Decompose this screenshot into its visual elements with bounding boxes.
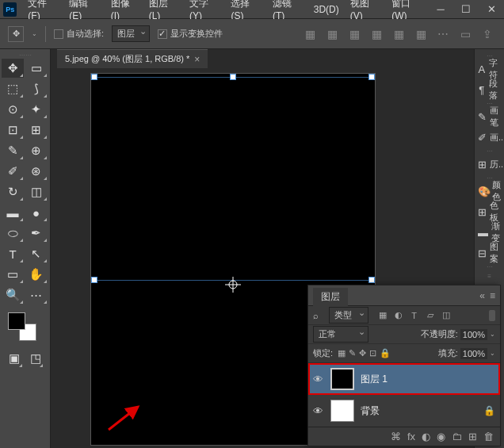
crop-tool[interactable]: ⊡ [2, 121, 24, 140]
filter-pixel-icon[interactable]: ▦ [376, 309, 388, 321]
menu-3d[interactable]: 3D(D) [309, 2, 344, 17]
panel-paragraph[interactable]: ¶段落 [475, 79, 504, 100]
type-tool[interactable]: T [2, 244, 24, 263]
transform-handle-tr[interactable] [368, 74, 375, 80]
lock-brush-icon[interactable]: ✎ [349, 348, 356, 358]
pen-tool[interactable]: ✒ [25, 224, 48, 243]
document-tab[interactable]: 5.jpeg @ 40% (图层 1, RGB/8) * × [57, 49, 208, 68]
group-icon[interactable]: 🗀 [452, 431, 462, 442]
show-transform-checkbox[interactable]: 显示变换控件 [158, 28, 223, 40]
visibility-toggle[interactable]: 👁 [313, 373, 324, 385]
panel-swatches[interactable]: ⊞色板 [475, 201, 504, 222]
edit-toolbar[interactable]: ⋯ [25, 285, 48, 304]
path-select-tool[interactable]: ↖ [25, 244, 48, 263]
layer-thumbnail[interactable] [330, 368, 354, 390]
auto-select-target[interactable]: 图层 [112, 25, 150, 42]
filter-type-dropdown[interactable]: 类型 [329, 307, 368, 324]
history-brush-tool[interactable]: ↻ [2, 182, 24, 201]
layer-row[interactable]: 👁 图层 1 [308, 363, 500, 395]
filter-switch[interactable] [489, 310, 495, 321]
new-layer-icon[interactable]: ⊞ [468, 431, 477, 442]
zoom-tool[interactable]: 🔍 [2, 285, 24, 304]
shape-tool[interactable]: ▭ [2, 265, 24, 284]
move-tool-indicator[interactable]: ✥ [8, 26, 24, 42]
quick-select-tool[interactable]: ⊙ [2, 100, 24, 119]
hand-tool[interactable]: ✋ [25, 265, 48, 284]
collapse-panel-icon[interactable]: « [479, 290, 485, 301]
foreground-color[interactable] [8, 312, 25, 330]
link-layers-icon[interactable]: ⌘ [391, 431, 401, 442]
visibility-toggle[interactable]: 👁 [313, 405, 324, 417]
lock-all-icon[interactable]: 🔒 [380, 348, 391, 358]
marquee-tool[interactable]: ⬚ [2, 79, 24, 98]
eyedropper-tool[interactable]: ✎ [2, 141, 24, 160]
layers-tab[interactable]: 图层 [313, 288, 348, 306]
layer-name[interactable]: 背景 [361, 404, 380, 418]
brush-tool[interactable]: ✐ [2, 162, 24, 181]
fill-value[interactable]: 100% [460, 348, 487, 359]
blend-mode-dropdown[interactable]: 正常 [313, 326, 368, 343]
quick-mask-tool[interactable]: ▣ [6, 349, 23, 368]
filter-shape-icon[interactable]: ▱ [424, 309, 436, 321]
frame-tool[interactable]: ⊞ [25, 121, 48, 140]
gradient-tool[interactable]: ▬ [2, 203, 24, 222]
more-icon[interactable]: ▭ [456, 25, 474, 43]
align-center-icon[interactable]: ▦ [323, 25, 341, 43]
filter-type-icon[interactable]: T [408, 309, 420, 321]
auto-select-checkbox[interactable]: 自动选择: [54, 28, 104, 40]
healing-tool[interactable]: ⊕ [25, 141, 48, 160]
magic-wand-tool[interactable]: ✦ [25, 100, 48, 119]
chevron-down-icon[interactable]: ⌄ [490, 331, 495, 338]
opacity-value[interactable]: 100% [460, 329, 487, 340]
panel-history[interactable]: ⊞历... [475, 154, 504, 174]
blur-tool[interactable]: ● [25, 203, 48, 222]
screen-mode-tool[interactable]: ◳ [28, 349, 44, 368]
close-tab-icon[interactable]: × [194, 54, 200, 65]
minimize-button[interactable]: ─ [431, 2, 450, 17]
align-bottom-icon[interactable]: ▦ [412, 25, 430, 43]
panel-gradient[interactable]: ▬渐变 [475, 222, 504, 243]
transform-handle-mr[interactable] [368, 277, 375, 283]
panel-brush-presets[interactable]: ✐画... [475, 127, 504, 147]
delete-layer-icon[interactable]: 🗑 [483, 431, 494, 442]
layer-row[interactable]: 👁 背景 🔒 [308, 395, 500, 427]
panel-color[interactable]: 🎨颜色 [475, 181, 504, 201]
lock-icon[interactable]: 🔒 [483, 405, 495, 416]
distribute-icon[interactable]: ⋯ [434, 25, 452, 43]
align-right-icon[interactable]: ▦ [346, 25, 363, 43]
transform-center[interactable] [225, 277, 241, 293]
layer-mask-icon[interactable]: ◐ [422, 431, 430, 442]
transform-handle-ml[interactable] [91, 277, 97, 283]
lock-artboard-icon[interactable]: ⊡ [369, 348, 376, 358]
align-middle-icon[interactable]: ▦ [390, 25, 407, 43]
color-swatches[interactable] [8, 312, 36, 341]
panel-menu-icon[interactable]: ≡ [490, 290, 495, 301]
layer-fx-icon[interactable]: fx [407, 431, 415, 442]
layer-name[interactable]: 图层 1 [361, 373, 388, 386]
align-top-icon[interactable]: ▦ [368, 25, 385, 43]
filter-adjust-icon[interactable]: ◐ [392, 309, 404, 321]
share-icon[interactable]: ⇪ [479, 25, 496, 43]
eraser-tool[interactable]: ◫ [25, 182, 48, 201]
transform-handle-tc[interactable] [230, 74, 236, 80]
panel-character[interactable]: A字符 [475, 59, 504, 79]
artboard-tool[interactable]: ▭ [25, 59, 48, 78]
adjustment-layer-icon[interactable]: ◉ [437, 431, 445, 442]
close-button[interactable]: ✕ [482, 2, 501, 17]
transform-handle-tl[interactable] [91, 74, 97, 80]
layer-thumbnail[interactable] [330, 400, 354, 422]
search-icon[interactable]: ⌕ [313, 311, 324, 320]
clone-tool[interactable]: ⊛ [25, 162, 48, 181]
dodge-tool[interactable]: ⬭ [2, 224, 24, 243]
toolbar-grip[interactable]: ⋯⋯ [2, 52, 48, 57]
panel-pattern[interactable]: ⊟图案 [475, 243, 504, 263]
lock-pixels-icon[interactable]: ▦ [338, 348, 346, 358]
lasso-tool[interactable]: ⟆ [25, 79, 48, 98]
maximize-button[interactable]: ☐ [456, 2, 475, 17]
chevron-down-icon[interactable]: ⌄ [490, 350, 495, 357]
move-tool[interactable]: ✥ [2, 59, 24, 78]
lock-position-icon[interactable]: ✥ [359, 348, 366, 358]
filter-smart-icon[interactable]: ◫ [440, 309, 452, 321]
panel-brushes[interactable]: ✎画笔 [475, 106, 504, 127]
align-left-icon[interactable]: ▦ [301, 25, 319, 43]
